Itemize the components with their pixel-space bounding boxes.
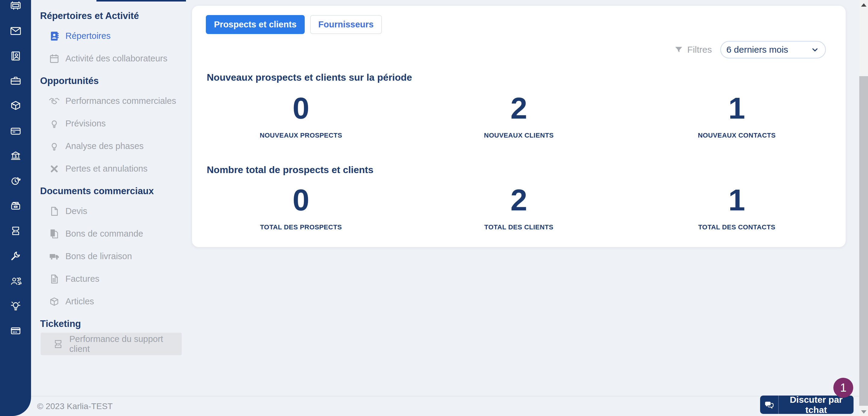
package-icon[interactable] <box>0 93 31 118</box>
lightbulb-icon <box>48 140 60 152</box>
contacts-icon[interactable] <box>0 43 31 68</box>
sidebar-section-title-opportunites: Opportunités <box>40 75 186 87</box>
file-lines-icon <box>48 273 60 285</box>
sidebar-item-performance-du-support-client[interactable]: Performance du support client <box>41 333 182 355</box>
sidebar-item-analyse-des-phases[interactable]: Analyse des phases <box>31 135 186 158</box>
sidebar-item-label: Bons de livraison <box>65 251 132 261</box>
sidebar-item-label: Performances commerciales <box>65 96 176 106</box>
handshake-icon <box>48 95 60 107</box>
sidebar-item-bons-de-livraison[interactable]: Bons de livraison <box>31 245 186 268</box>
sidebar-item-previsions[interactable]: Prévisions <box>31 112 186 135</box>
sidebar-item-label: Pertes et annulations <box>65 164 147 174</box>
scrollbar-thumb[interactable] <box>859 76 868 406</box>
time-tracking-icon[interactable] <box>0 168 31 193</box>
chat-button[interactable]: Discuter par tchat <box>760 395 854 414</box>
stats-card: Prospects et clients Fournisseurs Filtre… <box>192 6 846 247</box>
stat-total-des-prospects: 0TOTAL DES PROSPECTS <box>192 185 410 231</box>
sidebar-item-bons-de-commande[interactable]: Bons de commande <box>31 222 186 245</box>
stats-row-1: 0TOTAL DES PROSPECTS2TOTAL DES CLIENTS1T… <box>192 185 846 231</box>
copyright-text: © 2023 Karlia-TEST <box>37 402 113 411</box>
stat-total-des-clients: 2TOTAL DES CLIENTS <box>410 185 628 231</box>
stat-label: TOTAL DES CLIENTS <box>410 223 628 231</box>
ideas-icon[interactable] <box>0 293 31 318</box>
sidebar-section-title-ticketing: Ticketing <box>40 318 186 330</box>
filter-row: Filtres 6 derniers mois <box>674 41 826 59</box>
primary-icon-sidebar: $ <box>0 0 31 416</box>
stats-row-0: 0NOUVEAUX PROSPECTS2NOUVEAUX CLIENTS1NOU… <box>192 93 846 139</box>
scroll-down-arrow-icon[interactable] <box>861 410 867 414</box>
projects-icon[interactable] <box>0 68 31 93</box>
top-scroll-remnant-bar <box>96 0 186 1</box>
stat-label: NOUVEAUX CONTACTS <box>628 132 846 139</box>
tab-fournisseurs[interactable]: Fournisseurs <box>310 15 382 34</box>
archive-icon[interactable] <box>0 193 31 218</box>
subscriptions-icon[interactable] <box>0 318 31 343</box>
tickets-icon[interactable] <box>0 218 31 243</box>
stat-label: TOTAL DES CONTACTS <box>628 223 846 231</box>
mail-icon[interactable] <box>0 19 31 43</box>
sidebar-section-title-documents-commerciaux: Documents commerciaux <box>40 185 186 197</box>
filters-label: Filtres <box>687 44 712 55</box>
scroll-up-arrow-icon[interactable] <box>861 3 867 7</box>
stat-label: TOTAL DES PROSPECTS <box>192 223 410 231</box>
stat-value: 2 <box>410 185 628 215</box>
cross-icon <box>48 163 60 175</box>
vertical-scrollbar[interactable] <box>859 0 868 416</box>
sidebar-item-repertoires[interactable]: Répertoires <box>31 25 186 47</box>
stat-nouveaux-prospects: 0NOUVEAUX PROSPECTS <box>192 93 410 139</box>
section-title-1: Nombre total de prospects et clients <box>207 164 373 175</box>
chevron-down-icon <box>811 45 819 54</box>
sidebar-item-label: Analyse des phases <box>65 141 144 151</box>
team-icon[interactable] <box>0 268 31 293</box>
stat-nouveaux-contacts: 1NOUVEAUX CONTACTS <box>628 93 846 139</box>
address-book-icon <box>48 30 60 42</box>
sidebar-item-activite-des-collaborateurs[interactable]: Activité des collaborateurs <box>31 47 186 70</box>
stat-value: 2 <box>410 93 628 123</box>
stat-nouveaux-clients: 2NOUVEAUX CLIENTS <box>410 93 628 139</box>
lightbulb-icon <box>48 118 60 130</box>
sidebar-item-label: Devis <box>65 206 87 216</box>
sidebar-item-label: Performance du support client <box>69 334 182 354</box>
chat-notification-badge: 1 <box>833 378 853 397</box>
calendar-icon <box>48 53 60 65</box>
section-title-0: Nouveaux prospects et clients sur la pér… <box>207 72 412 83</box>
sidebar-item-label: Prévisions <box>65 118 106 129</box>
stat-value: 0 <box>192 93 410 123</box>
sidebar-item-performances-commerciales[interactable]: Performances commerciales <box>31 90 186 112</box>
tab-prospects-et-clients[interactable]: Prospects et clients <box>206 15 305 34</box>
funnel-icon <box>674 45 683 54</box>
truck-icon <box>48 250 60 263</box>
sidebar-section-title-repertoires-et-activite: Répertoires et Activité <box>40 10 186 22</box>
sidebar-item-factures[interactable]: Factures <box>31 268 186 290</box>
secondary-sidebar: Répertoires et ActivitéRépertoiresActivi… <box>31 0 186 396</box>
file-icon <box>48 205 60 217</box>
stat-value: 1 <box>628 185 846 215</box>
sidebar-item-label: Factures <box>65 274 99 284</box>
ticket-icon <box>52 338 64 350</box>
period-dropdown-value: 6 derniers mois <box>726 44 788 55</box>
chat-bubbles-icon <box>760 400 778 410</box>
payments-icon[interactable] <box>0 118 31 143</box>
footer: © 2023 Karlia-TEST <box>31 396 859 416</box>
bank-icon[interactable]: $ <box>0 143 31 168</box>
period-dropdown[interactable]: 6 derniers mois <box>720 41 826 59</box>
filters-chip: Filtres <box>674 44 712 55</box>
sidebar-item-articles[interactable]: Articles <box>31 290 186 313</box>
sidebar-item-label: Répertoires <box>65 31 111 41</box>
sidebar-item-label: Activité des collaborateurs <box>65 54 167 64</box>
stat-value: 1 <box>628 93 846 123</box>
sidebar-item-devis[interactable]: Devis <box>31 200 186 222</box>
tab-group: Prospects et clients Fournisseurs <box>206 15 382 34</box>
sidebar-item-pertes-et-annulations[interactable]: Pertes et annulations <box>31 158 186 180</box>
sidebar-item-label: Bons de commande <box>65 229 143 239</box>
stat-label: NOUVEAUX CLIENTS <box>410 132 628 139</box>
stat-value: 0 <box>192 185 410 215</box>
dashboard-icon[interactable] <box>0 0 31 19</box>
file-copy-icon <box>48 228 60 240</box>
sidebar-item-label: Articles <box>65 297 94 306</box>
stat-label: NOUVEAUX PROSPECTS <box>192 132 410 139</box>
svg-text:$: $ <box>14 154 17 158</box>
tools-icon[interactable] <box>0 243 31 268</box>
box-icon <box>48 296 60 308</box>
stat-total-des-contacts: 1TOTAL DES CONTACTS <box>628 185 846 231</box>
